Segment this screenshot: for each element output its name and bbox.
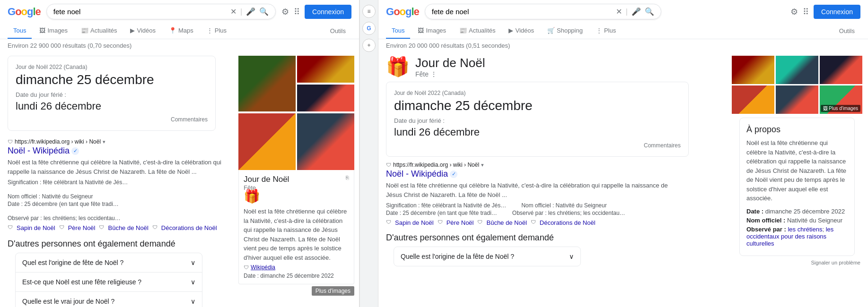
left-link-deco[interactable]: Décorations de Noël xyxy=(161,224,217,231)
left-shield-icon: 🛡 xyxy=(8,139,13,145)
right-mic-icon[interactable]: 🎤 xyxy=(631,7,641,16)
right-about-observe: Observé par : les chrétiens; les occiden… xyxy=(746,226,848,247)
image-box-5[interactable] xyxy=(297,113,354,170)
right-img-5[interactable] xyxy=(776,85,818,114)
right-settings-icon[interactable]: ⚙ xyxy=(790,7,798,17)
left-wiki-dropdown[interactable]: ▾ xyxy=(103,139,105,145)
left-paa-section: D'autres personnes ont également demandé… xyxy=(0,235,218,307)
right-tab-videos[interactable]: ▶ Vidéos xyxy=(503,23,540,39)
right-link-sapin[interactable]: Sapin de Noël xyxy=(395,219,434,226)
left-mic-icon[interactable]: 🎤 xyxy=(246,7,255,16)
divider-menu-button[interactable]: ≡ xyxy=(362,5,376,18)
right-img-6[interactable]: 🖼 Plus d'images xyxy=(820,85,862,114)
left-paa-item-0[interactable]: Quel est l'origine de fête de Noël ? ∨ xyxy=(16,253,202,273)
right-google-logo[interactable]: Google xyxy=(386,6,419,18)
left-shield-link-icon: 🛡 xyxy=(8,224,13,231)
right-img-2[interactable] xyxy=(776,56,818,84)
float-share-icon[interactable]: ⎘ xyxy=(346,175,349,180)
right-img-4[interactable] xyxy=(732,85,774,114)
image-box-4[interactable] xyxy=(238,113,296,170)
left-tab-actualites[interactable]: 📰 Actualités xyxy=(75,23,123,39)
divider-add-button[interactable]: + xyxy=(362,39,376,52)
right-tab-actualites[interactable]: 📰 Actualités xyxy=(454,23,501,39)
right-tab-images[interactable]: 🖼 Images xyxy=(412,23,452,39)
left-apps-icon[interactable]: ⠿ xyxy=(294,7,300,17)
right-paa-item-0[interactable]: Quelle est l'origine de la fête de Noël … xyxy=(394,247,580,266)
right-meta-observe: Observé par : les chrétiens; les occiden… xyxy=(512,210,625,216)
right-tabs: Tous 🖼 Images 📰 Actualités ▶ Vidéos 🛒 Sh… xyxy=(378,23,868,39)
jour-noel-wiki-anchor[interactable]: Wikipédia xyxy=(251,264,275,271)
left-paa-chevron-0: ∨ xyxy=(191,259,195,266)
left-paa-chevron-1: ∨ xyxy=(191,278,195,286)
right-search-icon[interactable]: 🔍 xyxy=(645,7,654,16)
right-tab-shopping[interactable]: 🛒 Shopping xyxy=(542,23,588,39)
right-about-title: À propos xyxy=(746,125,848,135)
left-header-right: ⚙ ⠿ Connexion xyxy=(281,5,351,19)
right-clear-button[interactable]: ✕ xyxy=(616,7,622,16)
right-kc-main-date: dimanche 25 décembre xyxy=(394,98,681,113)
left-link-sapin[interactable]: Sapin de Noël xyxy=(17,224,55,231)
left-search-bar[interactable]: ✕ | 🎤 🔍 xyxy=(46,4,276,19)
right-shield-link-icon4: 🛡 xyxy=(531,219,536,226)
left-google-logo[interactable]: Google xyxy=(8,6,41,18)
left-link-buche[interactable]: Bûche de Noël xyxy=(108,224,148,231)
left-search-icon[interactable]: 🔍 xyxy=(259,7,269,16)
image-box-2[interactable] xyxy=(297,56,354,83)
right-kc-commentaires[interactable]: Commentaires xyxy=(394,142,681,149)
right-paa-wrapper: Quelle est l'origine de la fête de Noël … xyxy=(394,247,581,266)
left-kc-commentaires[interactable]: Commentaires xyxy=(16,116,208,123)
right-search-bar[interactable]: ✕ | 🎤 🔍 xyxy=(425,4,661,19)
left-panel: Google ✕ | 🎤 🔍 ⚙ ⠿ Connexion Tous 🖼 Imag… xyxy=(0,0,359,307)
left-paa-item-2[interactable]: Quelle est le vrai jour de Noël ? ∨ xyxy=(16,292,202,307)
right-img-1[interactable] xyxy=(732,56,774,84)
left-tab-maps[interactable]: 📍 Maps xyxy=(163,23,199,39)
left-inline-content: Jour de Noël 2022 (Canada) dimanche 25 d… xyxy=(0,56,231,307)
right-tools-button[interactable]: Outils xyxy=(833,24,860,38)
right-main-layout: 🎁 Jour de Noël Fête ⋮ Jour de Noël 2022 … xyxy=(378,52,868,270)
right-img-3[interactable] xyxy=(820,56,862,84)
left-clear-button[interactable]: ✕ xyxy=(230,7,237,16)
left-tools-button[interactable]: Outils xyxy=(324,24,351,38)
right-noel-header-info: Jour de Noël Fête ⋮ xyxy=(415,56,485,78)
right-apps-icon[interactable]: ⠿ xyxy=(803,7,809,17)
panel-divider: ≡ G + xyxy=(359,0,378,307)
left-settings-icon[interactable]: ⚙ xyxy=(281,7,289,17)
plus-images-button[interactable]: Plus d'images xyxy=(312,286,354,296)
right-wiki-verified-icon: ✓ xyxy=(450,171,457,178)
left-wiki-title[interactable]: Noël - Wikipédia ✓ xyxy=(8,146,224,156)
left-kc-holiday-label: Date du jour férié : xyxy=(16,91,208,98)
right-wiki-dropdown[interactable]: ▾ xyxy=(481,162,484,168)
left-wiki-meta: Signification : fête célébrant la Nativi… xyxy=(8,179,224,200)
left-tab-videos[interactable]: ▶ Vidéos xyxy=(124,23,161,39)
right-knowledge-card: Jour de Noël 2022 (Canada) dimanche 25 d… xyxy=(386,82,689,157)
divider-g-button[interactable]: G xyxy=(362,22,376,35)
right-signaler-link[interactable]: Signaler un problème xyxy=(732,260,860,265)
right-wiki-title[interactable]: Noël - Wikipédia ✓ xyxy=(386,169,674,179)
right-meta-date: Date : 25 décembre (en tant que fête tra… xyxy=(386,210,497,216)
right-link-buche[interactable]: Bûche de Noël xyxy=(486,219,526,226)
right-main-col: 🎁 Jour de Noël Fête ⋮ Jour de Noël 2022 … xyxy=(378,52,726,270)
right-connexion-button[interactable]: Connexion xyxy=(814,5,860,19)
right-search-input[interactable] xyxy=(432,8,612,16)
left-paa-item-1[interactable]: Est-ce que Noël est une fête religieuse … xyxy=(16,273,202,292)
image-box-3[interactable] xyxy=(297,85,354,111)
right-link-pere[interactable]: Père Noël xyxy=(447,219,474,226)
left-connexion-button[interactable]: Connexion xyxy=(305,5,351,19)
left-tab-tous[interactable]: Tous xyxy=(8,23,32,39)
right-paa-section: D'autres personnes ont également demandé… xyxy=(378,229,596,270)
right-tab-tous[interactable]: Tous xyxy=(386,23,410,39)
right-about-chretiens-link[interactable]: les chrétiens xyxy=(788,226,822,233)
right-link-deco[interactable]: Décorations de Noël xyxy=(540,219,596,226)
jour-noel-float-desc: Noël est la fête chrétienne qui célèbre … xyxy=(244,207,349,262)
right-tab-plus[interactable]: ⋮ Plus xyxy=(590,23,622,39)
left-tab-plus[interactable]: ⋮ Plus xyxy=(201,23,232,39)
left-tab-images[interactable]: 🖼 Images xyxy=(34,23,73,39)
right-noel-more-icon[interactable]: ⋮ xyxy=(430,70,437,78)
image-box-1[interactable] xyxy=(238,56,296,111)
left-search-input[interactable] xyxy=(53,8,227,16)
left-shield-link-icon4: 🛡 xyxy=(152,224,158,231)
right-plus-images-button[interactable]: 🖼 Plus d'images xyxy=(821,105,860,112)
left-meta-signification: Signification : fête célébrant la Nativi… xyxy=(8,179,128,186)
jour-noel-float-date: Date : dimanche 25 décembre 2022 xyxy=(244,273,349,279)
left-link-pere[interactable]: Père Noël xyxy=(68,224,96,231)
